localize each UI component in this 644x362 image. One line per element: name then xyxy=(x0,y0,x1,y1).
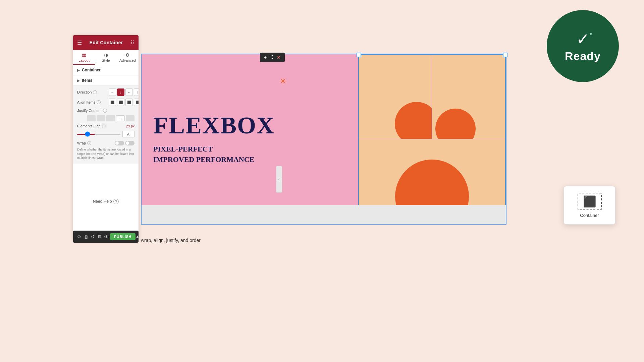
justify-evenly-btn[interactable] xyxy=(126,115,135,121)
grid-cell-top-right xyxy=(432,55,505,139)
direction-label: Direction i xyxy=(77,90,107,94)
elements-gap-label: Elements Gap i xyxy=(77,124,107,128)
tab-style[interactable]: ◑ Style xyxy=(95,50,117,65)
need-help-link[interactable]: Need Help ? xyxy=(73,164,139,240)
gap-unit: px px xyxy=(126,124,135,128)
justify-end-btn[interactable] xyxy=(106,115,115,121)
resize-handle-tr[interactable] xyxy=(503,53,507,57)
gap-value-input[interactable]: 20 xyxy=(122,131,135,137)
toolbar-expand-icon[interactable]: ▲ xyxy=(136,234,140,239)
subtitle-line1: PIXEL-PERFECT xyxy=(153,145,213,153)
ready-label: Ready xyxy=(565,50,601,63)
chevron-right-icon: ▶ xyxy=(77,68,80,72)
desktop-icon[interactable]: 🖥 xyxy=(96,233,103,241)
align-items-controls: ⬛ ⬛ ⬛ ⬛ xyxy=(109,99,139,106)
publish-button[interactable]: PUBLISH xyxy=(110,233,136,240)
chevron-right-icon-items: ▶ xyxy=(77,79,80,82)
move-element-button[interactable]: ⠿ xyxy=(269,54,275,61)
wrap-label: Wrap i xyxy=(77,141,107,145)
circle-top-right xyxy=(435,109,476,139)
justify-center-btn[interactable] xyxy=(97,115,105,121)
justify-content-label: Justify Content i xyxy=(77,109,107,113)
justify-space-btn[interactable]: ⋯ xyxy=(116,115,125,121)
help-icon: ? xyxy=(113,199,119,204)
ready-badge: ✓ ✦ Ready xyxy=(547,10,619,82)
justify-info-icon[interactable]: i xyxy=(103,109,107,113)
layout-props: Direction i → ↓ ← ↑ Align Items i ⬛ ⬛ ⬛ … xyxy=(73,86,139,164)
style-tab-icon: ◑ xyxy=(104,52,108,58)
panel-header: ☰ Edit Container ⠿ xyxy=(73,35,139,50)
direction-right-btn[interactable]: → xyxy=(109,88,116,96)
container-popup: ⬛ Container xyxy=(564,186,615,225)
bottom-toolbar: ⚙ 🗑 ↺ 🖥 👁 PUBLISH ▲ xyxy=(73,231,139,243)
add-element-button[interactable]: + xyxy=(263,54,268,61)
grid-image-area xyxy=(358,54,506,224)
align-items-row: Align Items i ⬛ ⬛ ⬛ ⬛ xyxy=(77,99,135,106)
trash-icon[interactable]: 🗑 xyxy=(83,233,90,241)
panel-tabs: ▦ Layout ◑ Style ⚙ Advanced xyxy=(73,50,139,65)
justify-content-row: Justify Content i xyxy=(77,109,135,113)
edit-panel: ☰ Edit Container ⠿ ▦ Layout ◑ Style ⚙ Ad… xyxy=(73,35,139,240)
container-section-header[interactable]: ▶ Container xyxy=(73,65,139,75)
direction-down-btn[interactable]: ↓ xyxy=(117,88,124,96)
undo-icon[interactable]: ↺ xyxy=(90,233,96,241)
justify-start-btn[interactable] xyxy=(87,115,96,121)
gap-slider-row: 20 xyxy=(77,131,135,137)
grid-icon[interactable]: ⠿ xyxy=(130,40,135,46)
align-items-label: Align Items i xyxy=(77,100,107,104)
main-canvas-container: FLEXBOX PIXEL-PERFECT IMPROVED PERFORMAN… xyxy=(141,54,506,225)
subtitle-line2: IMPROVED PERFORMANCE xyxy=(153,155,254,164)
align-items-info-icon[interactable]: i xyxy=(97,100,101,104)
canvas-caption: wrap, align, justify, and order xyxy=(141,238,201,243)
hamburger-icon[interactable]: ☰ xyxy=(77,40,82,46)
direction-left-btn[interactable]: ← xyxy=(125,88,133,96)
tab-advanced[interactable]: ⚙ Advanced xyxy=(117,50,139,65)
align-end-btn[interactable]: ⬛ xyxy=(125,99,133,106)
align-start-btn[interactable]: ⬛ xyxy=(109,99,116,106)
items-section-header[interactable]: ▶ Items xyxy=(73,75,139,85)
wrap-toggle-off[interactable] xyxy=(115,141,124,145)
panel-title: Edit Container xyxy=(90,40,123,45)
snowflake-icon: ✳ xyxy=(279,76,287,86)
direction-controls: → ↓ ← ↑ xyxy=(109,88,139,96)
grid-cell-top-left xyxy=(359,55,432,139)
container-popup-label: Container xyxy=(580,213,599,218)
subtitle-text: PIXEL-PERFECT IMPROVED PERFORMANCE xyxy=(153,144,274,165)
close-element-button[interactable]: ✕ xyxy=(275,54,282,61)
settings-icon[interactable]: ⚙ xyxy=(76,233,83,241)
direction-row: Direction i → ↓ ← ↑ xyxy=(77,88,135,96)
tab-layout[interactable]: ▦ Layout xyxy=(73,50,95,65)
direction-info-icon[interactable]: i xyxy=(93,90,97,94)
items-section: ▶ Items xyxy=(73,75,139,86)
layout-tab-icon: ▦ xyxy=(82,52,86,58)
ready-checkmark: ✓ ✦ xyxy=(576,29,590,48)
align-center-btn[interactable]: ⬛ xyxy=(117,99,124,106)
container-section: ▶ Container xyxy=(73,65,139,75)
resize-handle-tl[interactable] xyxy=(357,53,361,57)
circle-top-left xyxy=(395,102,432,139)
advanced-tab-icon: ⚙ xyxy=(125,52,130,58)
wrap-row: Wrap i xyxy=(77,141,135,145)
panel-collapse-arrow[interactable]: ‹ xyxy=(276,166,282,193)
text-content-area: FLEXBOX PIXEL-PERFECT IMPROVED PERFORMAN… xyxy=(142,54,286,224)
wrap-toggle-on[interactable] xyxy=(125,141,135,145)
elements-gap-row: Elements Gap i px px xyxy=(77,124,135,128)
direction-up-btn[interactable]: ↑ xyxy=(134,88,139,96)
container-popup-icon: ⬛ xyxy=(578,193,602,210)
sparkle-icon: ✦ xyxy=(589,31,593,37)
gap-info-icon[interactable]: i xyxy=(102,124,106,128)
wrap-info-icon[interactable]: i xyxy=(87,141,91,145)
canvas-bottom-strip xyxy=(141,205,506,225)
align-stretch-btn[interactable]: ⬛ xyxy=(134,99,139,106)
selection-toolbar: + ⠿ ✕ xyxy=(260,53,285,62)
flexbox-heading: FLEXBOX xyxy=(153,113,274,137)
canvas-area: ✳ + ⠿ ✕ FLEXBOX PIXEL-PERFECT IMPROVED P… xyxy=(139,35,508,225)
gap-slider[interactable] xyxy=(77,134,120,135)
wrap-help-text: Define whether the items are forced in a… xyxy=(77,147,135,160)
eye-icon[interactable]: 👁 xyxy=(103,233,110,241)
